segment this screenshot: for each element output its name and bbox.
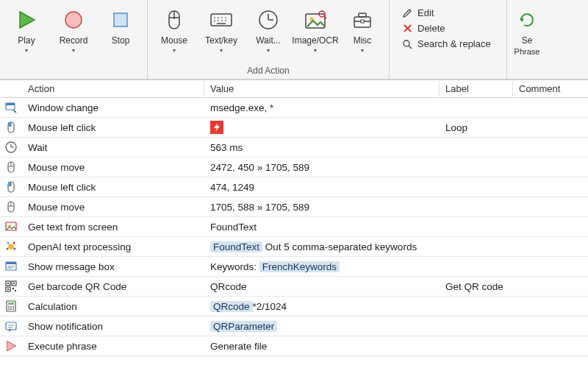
search-replace-button[interactable]: Search & replace: [401, 38, 495, 49]
svg-rect-76: [6, 322, 16, 330]
record-icon: [62, 6, 85, 34]
table-row[interactable]: Mouse move1705, 588 » 1705, 589: [0, 197, 588, 217]
exec-icon: [0, 339, 22, 353]
delete-button[interactable]: Delete: [401, 23, 495, 34]
cell-label: [440, 344, 513, 348]
cell-action: Show notification: [22, 319, 204, 334]
cell-label: [440, 224, 513, 229]
header-label[interactable]: Label: [440, 81, 513, 96]
cell-label: [440, 205, 513, 209]
table-row[interactable]: Execute phraseGenerate file: [0, 336, 588, 356]
cell-value: 2472, 450 » 1705, 589: [204, 160, 440, 175]
cell-value: [204, 118, 440, 137]
header-action[interactable]: Action: [22, 81, 204, 96]
cell-action: Calculation: [22, 299, 204, 314]
misc-button[interactable]: Misc ▾: [340, 3, 384, 64]
table-row[interactable]: Show message boxKeywords: FrenchKeywords: [0, 257, 588, 277]
delete-label: Delete: [417, 23, 445, 34]
wait-label: Wait...: [256, 35, 281, 46]
search-replace-label: Search & replace: [417, 38, 491, 49]
table-row[interactable]: Show notificationQRParameter: [0, 316, 588, 336]
delete-icon: [401, 24, 413, 33]
play-label: Play: [18, 35, 35, 46]
svg-point-73: [8, 308, 10, 310]
cell-action: Execute phrase: [22, 339, 204, 354]
mouse-click-icon: [0, 121, 22, 134]
table-row[interactable]: Window changemsedge.exe, *: [0, 98, 588, 118]
bolt-icon: [210, 121, 223, 134]
window-change-icon: [0, 101, 22, 114]
svg-rect-57: [6, 262, 16, 264]
cell-label: [440, 244, 513, 249]
caret-icon: ▾: [173, 47, 176, 54]
cell-comment: [513, 105, 588, 110]
textkey-label: Text/key: [205, 35, 237, 46]
cell-label: [440, 185, 513, 189]
cell-label: [440, 145, 513, 149]
table-row[interactable]: Mouse left click474, 1249: [0, 177, 588, 197]
cell-value: QRcode: [204, 279, 440, 294]
action-table: Action Value Label Comment Window change…: [0, 79, 588, 356]
record-label: Record: [60, 35, 88, 46]
cell-comment: [513, 185, 588, 189]
caret-icon: ▾: [267, 47, 270, 54]
header-comment[interactable]: Comment: [513, 81, 588, 96]
cell-action: Wait: [22, 140, 204, 155]
mouse-click-icon: [0, 180, 22, 194]
table-row[interactable]: Get text from screenFoundText: [0, 217, 588, 237]
mouse-button[interactable]: Mouse ▾: [152, 3, 196, 64]
phrase-button[interactable]: Se Phrase: [512, 3, 542, 77]
table-row[interactable]: Mouse left clickLoop: [0, 118, 588, 138]
phrase-label: Se: [522, 35, 533, 46]
header-value[interactable]: Value: [204, 81, 440, 96]
caret-icon: ▾: [361, 47, 364, 54]
svg-rect-24: [359, 13, 366, 17]
cell-value: msedge.exe, *: [204, 100, 440, 116]
variable-chip: QRParameter: [210, 321, 277, 332]
mouse-move-icon: [0, 200, 22, 213]
variable-chip: QRcode: [210, 301, 253, 312]
wait-button[interactable]: Wait... ▾: [246, 3, 290, 64]
table-row[interactable]: OpenAI text processingFoundText Out 5 co…: [0, 237, 588, 257]
cell-action: Window change: [22, 100, 204, 116]
cell-label: [440, 304, 513, 308]
refresh-icon: [517, 6, 537, 34]
msgbox-icon: [0, 260, 22, 273]
notify-icon: [0, 319, 22, 333]
play-icon: [15, 6, 37, 34]
play-button[interactable]: Play ▾: [4, 3, 49, 64]
ocr-icon: [0, 220, 22, 233]
edit-button[interactable]: Edit: [401, 7, 495, 18]
svg-point-52: [7, 242, 10, 244]
imageocr-button[interactable]: Image/OCR ▾: [293, 3, 337, 64]
table-row[interactable]: Mouse move2472, 450 » 1705, 589: [0, 158, 588, 177]
table-row[interactable]: CalculationQRcode*2/1024: [0, 297, 588, 316]
ribbon: Play ▾ Record ▾ Stop: [0, 0, 588, 79]
clock-icon: [257, 6, 279, 34]
svg-rect-66: [12, 288, 14, 289]
textkey-button[interactable]: Text/key ▾: [199, 3, 243, 64]
cell-value: 563 ms: [204, 140, 440, 155]
stop-button[interactable]: Stop: [98, 3, 143, 64]
table-row[interactable]: Wait563 ms: [0, 138, 588, 158]
svg-point-1: [65, 12, 82, 28]
svg-point-53: [13, 242, 15, 244]
svg-rect-63: [7, 283, 9, 284]
cell-label: Loop: [440, 120, 513, 135]
variable-chip: FrenchKeywords: [259, 261, 340, 272]
cell-comment: [513, 284, 588, 289]
cell-action: Get text from screen: [22, 219, 204, 235]
cell-comment: [513, 264, 588, 269]
svg-point-29: [404, 40, 409, 46]
cell-comment: [513, 324, 588, 328]
svg-marker-81: [7, 342, 15, 350]
misc-label: Misc: [354, 35, 372, 46]
caret-icon: ▾: [72, 47, 75, 54]
svg-point-55: [14, 248, 16, 250]
svg-rect-2: [114, 13, 127, 26]
record-button[interactable]: Record ▾: [51, 3, 96, 64]
cell-action: Get barcode QR Code: [22, 279, 204, 294]
cell-label: [440, 264, 513, 269]
table-row[interactable]: Get barcode QR CodeQRcodeGet QR code: [0, 277, 588, 297]
svg-point-75: [12, 308, 14, 310]
